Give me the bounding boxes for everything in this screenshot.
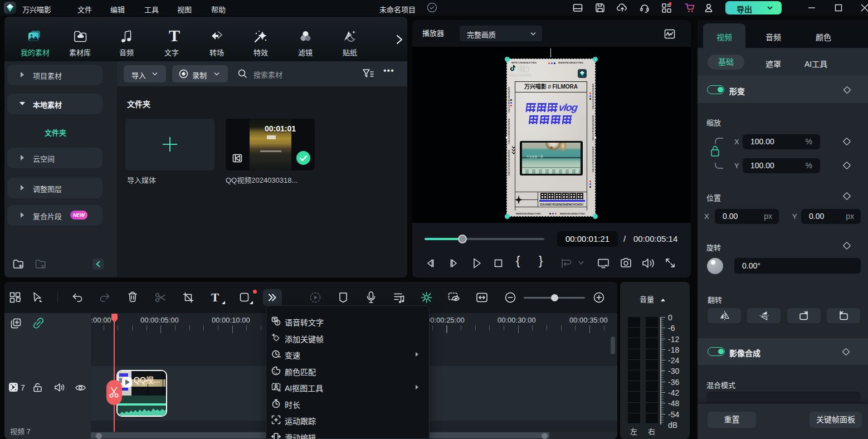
- svg-text:T: T: [276, 321, 279, 325]
